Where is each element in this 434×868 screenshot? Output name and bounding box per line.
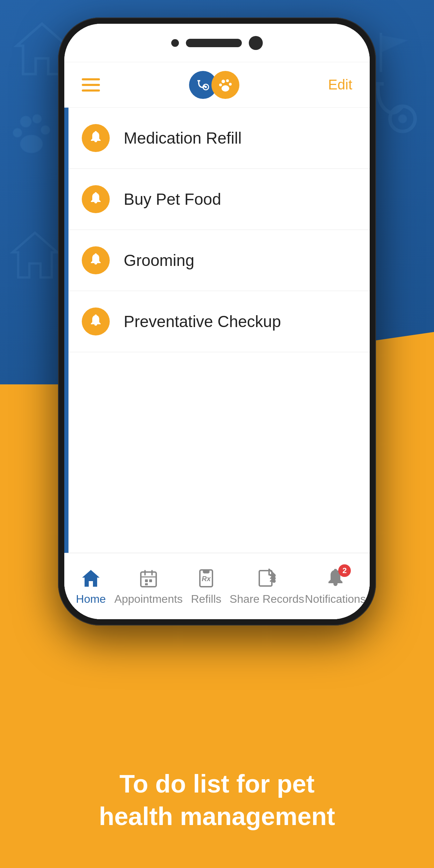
share-records-icon: [255, 567, 278, 590]
notifications-label: Notifications: [305, 593, 366, 606]
svg-rect-39: [334, 569, 337, 571]
hamburger-line-2: [82, 84, 100, 86]
hamburger-button[interactable]: [82, 78, 100, 92]
todo-list: Medication Refill Buy Pet Food: [64, 108, 370, 553]
nav-item-share-records[interactable]: Share Records: [230, 567, 304, 606]
svg-point-17: [229, 83, 232, 86]
svg-point-5: [20, 135, 43, 153]
hamburger-line-3: [82, 89, 100, 92]
list-item-medication-refill[interactable]: Medication Refill: [64, 108, 370, 169]
app-header: Edit: [64, 62, 370, 108]
tagline: To do list for pet health management: [60, 768, 374, 833]
phone-wrapper: Edit Medication Refill: [58, 17, 376, 625]
svg-point-16: [219, 84, 222, 86]
svg-rect-28: [149, 579, 152, 582]
bell-icon-medication: [82, 124, 110, 152]
header-logo: [189, 71, 239, 99]
svg-point-20: [95, 192, 97, 194]
svg-point-19: [95, 131, 97, 133]
nav-item-refills[interactable]: Rx Refills: [183, 567, 229, 606]
svg-point-12: [205, 86, 207, 88]
svg-point-7: [398, 115, 407, 123]
logo-orange-circle: [211, 71, 239, 99]
svg-point-21: [95, 253, 97, 255]
svg-rect-23: [141, 572, 156, 587]
speaker: [186, 39, 242, 47]
svg-text:Rx: Rx: [202, 575, 211, 583]
list-item-text-preventative-checkup: Preventative Checkup: [124, 312, 281, 331]
svg-rect-27: [145, 579, 148, 582]
appointments-icon: [137, 567, 160, 590]
refills-icon: Rx: [195, 567, 217, 590]
list-item-grooming[interactable]: Grooming: [64, 230, 370, 291]
list-item-text-grooming: Grooming: [124, 251, 194, 270]
share-records-label: Share Records: [230, 593, 304, 606]
svg-point-22: [95, 314, 97, 317]
bottom-nav: Home: [64, 553, 370, 619]
bell-icon-checkup: [82, 308, 110, 335]
bell-icon-grooming: [82, 246, 110, 274]
refills-label: Refills: [191, 593, 221, 606]
svg-point-3: [13, 128, 22, 137]
home-label: Home: [76, 593, 106, 606]
svg-point-9: [193, 75, 211, 93]
list-item-text-buy-pet-food: Buy Pet Food: [124, 190, 221, 209]
list-item-preventative-checkup[interactable]: Preventative Checkup: [64, 291, 370, 352]
nav-item-appointments[interactable]: Appointments: [114, 567, 183, 606]
edit-button[interactable]: Edit: [328, 77, 352, 93]
home-icon: [80, 567, 102, 590]
app-screen: Edit Medication Refill: [64, 62, 370, 619]
camera-dot-left: [171, 39, 179, 47]
svg-point-15: [226, 79, 229, 82]
phone-outer: Edit Medication Refill: [58, 17, 376, 625]
svg-rect-33: [203, 570, 209, 573]
svg-point-1: [20, 116, 31, 127]
hamburger-line-1: [82, 78, 100, 80]
svg-point-14: [222, 80, 225, 83]
nav-item-home[interactable]: Home: [68, 567, 114, 606]
list-item-text-medication-refill: Medication Refill: [124, 129, 241, 147]
list-item-buy-pet-food[interactable]: Buy Pet Food: [64, 169, 370, 230]
appointments-label: Appointments: [114, 593, 183, 606]
svg-point-2: [32, 114, 42, 123]
svg-point-18: [222, 85, 229, 92]
selfie-cam: [249, 36, 263, 50]
svg-point-13: [216, 75, 235, 95]
nav-item-notifications[interactable]: 2 Notifications: [305, 567, 366, 606]
bell-icon-pet-food: [82, 185, 110, 213]
phone-camera-area: [64, 24, 370, 62]
svg-point-4: [41, 125, 50, 135]
notifications-icon: 2: [324, 567, 347, 590]
notification-badge: 2: [338, 564, 351, 577]
list-indicator: [64, 108, 68, 553]
phone-inner: Edit Medication Refill: [64, 24, 370, 619]
svg-rect-29: [145, 583, 148, 585]
